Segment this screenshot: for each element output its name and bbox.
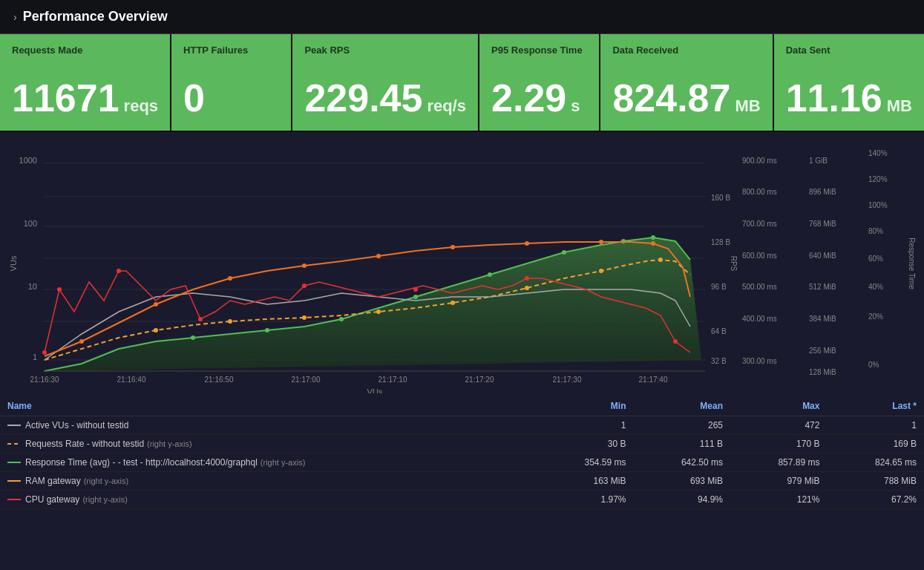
series-max: 472 [730, 416, 827, 435]
svg-point-58 [599, 269, 603, 273]
svg-text:128 MiB: 128 MiB [809, 368, 836, 376]
chevron-icon: › [13, 11, 17, 23]
svg-text:1: 1 [33, 353, 37, 361]
metric-value-data-sent: 11.16 [786, 79, 882, 117]
svg-point-52 [154, 328, 158, 332]
col-min: Min [537, 396, 633, 416]
metric-unit-data-sent: MB [887, 96, 912, 116]
series-mean: 94.9% [634, 491, 730, 509]
svg-point-73 [302, 284, 307, 288]
metric-value-row-peak-rps: 229.45 req/s [304, 79, 466, 117]
metric-value-row-data-received: 824.87 MB [612, 79, 760, 117]
series-last: 1 [827, 416, 924, 435]
table-row: Requests Rate - without testid (right y-… [0, 435, 924, 453]
metrics-row: Requests Made 11671 reqs HTTP Failures 0… [0, 34, 924, 132]
series-name: RAM gateway (right y-axis) [7, 476, 529, 486]
svg-text:384 MiB: 384 MiB [809, 315, 836, 323]
series-last: 824.65 ms [827, 453, 924, 472]
svg-text:768 MiB: 768 MiB [809, 220, 836, 228]
svg-text:20%: 20% [868, 312, 883, 321]
series-min: 1 [537, 416, 633, 435]
svg-point-59 [658, 258, 663, 262]
svg-text:300.00 ms: 300.00 ms [742, 357, 777, 365]
metric-unit-requests-made: reqs [124, 96, 158, 116]
series-min: 163 MiB [537, 472, 633, 491]
svg-text:512 MiB: 512 MiB [809, 283, 836, 291]
metric-label-data-received: Data Received [612, 45, 760, 56]
metric-card-data-sent: Data Sent 11.16 MB [774, 34, 924, 131]
svg-point-75 [525, 276, 529, 281]
svg-point-45 [265, 328, 269, 332]
metric-value-requests-made: 11671 [12, 79, 119, 117]
metric-label-http-failures: HTTP Failures [183, 45, 279, 56]
series-max: 857.89 ms [730, 453, 827, 472]
svg-text:32 B: 32 B [711, 357, 727, 365]
svg-point-76 [673, 339, 678, 344]
metric-value-row-http-failures: 0 [183, 79, 279, 117]
svg-point-44 [191, 335, 195, 340]
series-last: 169 B [827, 435, 924, 453]
svg-text:256 MiB: 256 MiB [809, 347, 836, 355]
svg-text:21:16:30: 21:16:30 [30, 376, 59, 384]
svg-point-67 [599, 240, 603, 244]
svg-text:500.00 ms: 500.00 ms [742, 283, 777, 291]
series-max: 979 MiB [730, 472, 827, 491]
metric-card-p95-response: P95 Response Time 2.29 s [479, 34, 600, 131]
svg-text:21:16:50: 21:16:50 [205, 376, 234, 384]
metric-value-peak-rps: 229.45 [304, 79, 422, 117]
metric-label-requests-made: Requests Made [12, 45, 158, 56]
series-mean: 111 B [634, 435, 730, 453]
svg-point-60 [79, 339, 84, 344]
performance-chart: 1000 100 10 1 VUs 900.00 ms 800.00 ms 70… [7, 141, 917, 393]
svg-text:140%: 140% [868, 149, 888, 157]
series-name-cell: Response Time (avg) - - test - http://lo… [0, 453, 537, 472]
metric-value-data-received: 824.87 [612, 79, 730, 117]
svg-point-69 [42, 350, 47, 355]
legend-table: Name Min Mean Max Last * Active VUs - wi… [0, 396, 924, 509]
svg-point-54 [302, 315, 307, 320]
metric-label-data-sent: Data Sent [786, 45, 912, 56]
svg-point-57 [525, 286, 529, 290]
series-suffix: (right y-axis) [82, 495, 128, 504]
svg-text:640 MiB: 640 MiB [809, 252, 836, 260]
svg-point-74 [413, 287, 418, 292]
metric-card-peak-rps: Peak RPS 229.45 req/s [292, 34, 479, 131]
series-last: 788 MiB [827, 472, 924, 491]
table-row: Response Time (avg) - - test - http://lo… [0, 453, 924, 472]
col-max: Max [730, 396, 827, 416]
series-name: Response Time (avg) - - test - http://lo… [7, 457, 529, 468]
header: › Performance Overview [0, 0, 924, 34]
svg-text:VUs: VUs [367, 387, 383, 393]
svg-text:VUs: VUs [9, 255, 18, 271]
svg-text:700.00 ms: 700.00 ms [742, 220, 777, 228]
table-row: CPU gateway (right y-axis) 1.97% 94.9% 1… [0, 491, 924, 509]
svg-point-66 [525, 241, 529, 246]
svg-point-72 [198, 317, 203, 321]
svg-point-61 [154, 302, 158, 307]
svg-text:21:17:00: 21:17:00 [292, 376, 321, 384]
series-mean: 693 MiB [634, 472, 730, 491]
metric-card-http-failures: HTTP Failures 0 [171, 34, 292, 131]
series-suffix: (right y-axis) [261, 458, 306, 467]
svg-point-49 [562, 250, 566, 255]
svg-point-63 [302, 263, 307, 268]
svg-point-65 [450, 245, 455, 249]
svg-point-48 [488, 272, 492, 277]
svg-text:800.00 ms: 800.00 ms [742, 188, 777, 196]
series-mean: 642.50 ms [634, 453, 730, 472]
series-min: 30 B [537, 435, 633, 453]
metric-card-requests-made: Requests Made 11671 reqs [0, 34, 171, 131]
metric-value-p95-response: 2.29 [491, 79, 566, 117]
svg-text:RPS: RPS [730, 256, 738, 272]
series-name: Active VUs - without testid [7, 420, 529, 430]
col-mean: Mean [634, 396, 730, 416]
metric-unit-p95-response: s [571, 96, 580, 116]
svg-text:21:17:40: 21:17:40 [639, 376, 668, 384]
svg-text:900.00 ms: 900.00 ms [742, 157, 777, 165]
metric-value-row-p95-response: 2.29 s [491, 79, 587, 117]
series-name: Requests Rate - without testid (right y-… [7, 439, 529, 449]
svg-point-53 [228, 319, 232, 324]
table-row: RAM gateway (right y-axis) 163 MiB 693 M… [0, 472, 924, 491]
metric-label-peak-rps: Peak RPS [304, 45, 466, 56]
chart-container: 1000 100 10 1 VUs 900.00 ms 800.00 ms 70… [0, 132, 924, 509]
